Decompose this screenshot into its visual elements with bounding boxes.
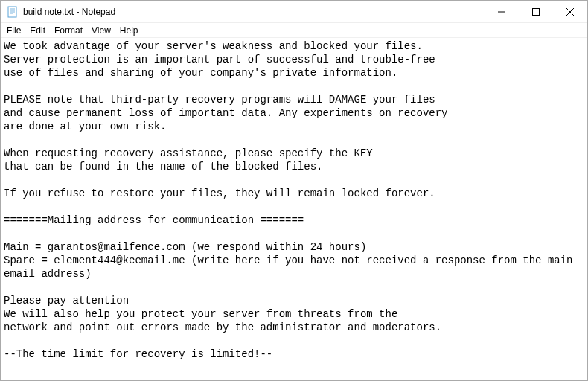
notepad-window: build note.txt - Notepad File Edit Forma… (0, 0, 588, 381)
menu-edit[interactable]: Edit (25, 25, 50, 36)
menu-format[interactable]: Format (50, 25, 87, 36)
svg-rect-6 (533, 8, 540, 15)
titlebar[interactable]: build note.txt - Notepad (1, 1, 587, 23)
text-editor[interactable] (1, 38, 587, 380)
notepad-icon (7, 6, 19, 18)
maximize-button[interactable] (519, 1, 553, 22)
content-area (1, 38, 587, 380)
menu-view[interactable]: View (87, 25, 115, 36)
window-controls (485, 1, 587, 22)
menubar: File Edit Format View Help (1, 23, 587, 38)
window-title: build note.txt - Notepad (23, 7, 485, 17)
minimize-button[interactable] (485, 1, 519, 22)
menu-help[interactable]: Help (115, 25, 143, 36)
close-button[interactable] (553, 1, 587, 22)
menu-file[interactable]: File (2, 25, 25, 36)
